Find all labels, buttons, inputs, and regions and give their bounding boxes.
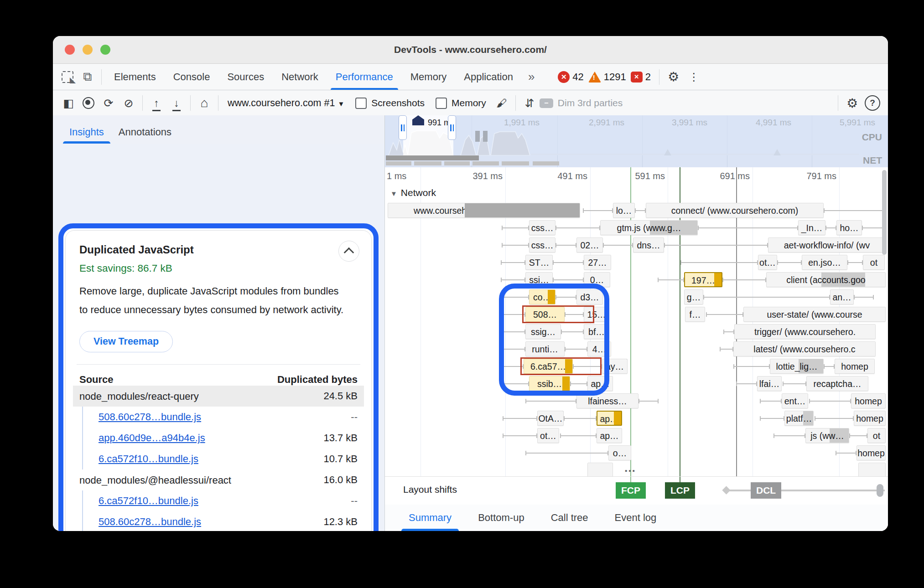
source-label[interactable]: 6.ca572f10…bundle.js [99,453,198,465]
network-waterfall[interactable]: 1 ms391 ms491 ms591 ms691 ms791 ms ▼Netw… [385,167,888,476]
screenshots-checkbox[interactable]: Screenshots [355,98,425,109]
issues-badge[interactable]: ✕ 2 [631,71,651,83]
network-request[interactable] [587,463,613,476]
help-icon[interactable]: ? [862,93,882,113]
home-icon[interactable]: ⌂ [194,93,214,113]
error-badge[interactable]: ✕ 42 [558,71,583,83]
scroll-handle[interactable] [877,484,883,497]
network-request[interactable]: _In… [798,220,825,235]
collapse-insight-button[interactable] [338,241,359,262]
network-request[interactable] [858,463,886,476]
record-button[interactable] [78,93,99,113]
network-request[interactable]: lottie_lig… [770,359,824,374]
clear-recording-icon[interactable]: ⊘ [119,93,139,113]
network-request[interactable]: trigger/ (www.coursehero. [734,324,876,339]
fcp-badge[interactable]: FCP [616,482,646,499]
source-label[interactable]: 6.ca572f10…bundle.js [99,495,198,507]
network-request[interactable]: css… [529,220,555,235]
network-request[interactable]: OtA… [537,411,564,426]
network-request[interactable]: ot… [758,255,777,270]
module-group-row[interactable]: node_modules/@headlessui/react16.0 kB [79,469,358,490]
tab-event-log[interactable]: Event log [605,505,667,531]
network-request[interactable]: ent… [782,393,808,408]
duplicated-js-insight-card[interactable]: Duplicated JavaScript Est savings: 86.7 … [65,230,372,531]
vertical-scrollbar[interactable] [882,170,887,255]
capture-settings-gear-icon[interactable]: ⚙ [842,96,862,111]
duplicate-file-row[interactable]: 508.60c278…bundle.js-- [83,407,358,428]
network-request[interactable]: lo… [613,203,635,218]
device-toolbar-icon[interactable]: ⧉ [78,68,98,86]
network-request[interactable]: ot [867,428,886,443]
close-window-button[interactable] [65,45,75,55]
network-request[interactable]: ho… [836,220,862,235]
tab-console[interactable]: Console [165,64,219,90]
tab-call-tree[interactable]: Call tree [541,505,598,531]
duplicate-file-row[interactable]: 6.ca572f10…bundle.js-- [83,490,358,511]
tab-network[interactable]: Network [273,64,327,90]
network-request[interactable]: client (accounts.goo [766,272,886,287]
network-request[interactable]: 27… [584,255,611,270]
tab-sources[interactable]: Sources [218,64,273,90]
network-request[interactable]: 02… [576,237,603,253]
view-treemap-button[interactable]: View Treemap [79,331,173,352]
source-label[interactable]: 508.60c278…bundle.js [99,411,201,423]
network-request[interactable]: www.coursehero.com/ (www.cour… [388,203,580,218]
network-request[interactable]: an… [830,289,854,304]
tab-summary[interactable]: Summary [399,505,462,531]
selection-left-handle[interactable] [399,115,407,140]
tab-annotations[interactable]: Annotations [111,121,179,144]
tab-performance[interactable]: Performance [327,64,402,90]
network-request[interactable]: ot [863,255,885,270]
network-request[interactable]: connect/ (www.coursehero.com) [646,203,824,218]
minimize-window-button[interactable] [83,45,93,55]
settings-gear-icon[interactable]: ⚙ [663,69,684,84]
network-request[interactable]: css… [529,237,555,253]
upload-profile-icon[interactable]: ↑ [146,93,166,113]
source-label[interactable]: 508.60c278…bundle.js [99,516,201,528]
timeline-overview[interactable]: 1,991 ms2,991 ms3,991 ms4,991 ms5,991 ms [385,115,888,168]
network-request[interactable]: user-state/ (www.course [743,307,886,322]
network-request[interactable]: ap… [597,411,622,426]
more-rows-indicator[interactable]: … [624,461,637,475]
network-request[interactable]: homep [854,411,886,426]
duplicate-file-row[interactable]: 508.60c278…bundle.js12.3 kB [83,511,358,531]
duplicate-file-row[interactable]: app.460d9e…a94b4e.js13.7 kB [83,428,358,449]
network-request[interactable]: latest/ (www.coursehero.c [733,341,876,356]
network-request[interactable]: lfai… [757,376,782,391]
network-request[interactable]: o… [608,445,631,460]
network-request[interactable]: recaptcha… [806,376,868,391]
selection-right-handle[interactable] [448,115,456,140]
network-request[interactable]: f… [685,307,705,322]
network-request[interactable]: ot… [537,428,559,443]
garbage-collect-icon[interactable]: 🖌 [492,93,512,113]
kebab-menu-icon[interactable]: ⋮ [684,71,704,83]
network-request[interactable]: en.jso… [802,255,847,270]
reload-and-record-icon[interactable]: ⟳ [99,93,119,113]
network-section-header[interactable]: ▼Network [390,187,436,198]
network-request[interactable]: ap… [597,428,622,443]
inspect-element-icon[interactable] [57,68,78,86]
more-panels-icon[interactable]: » [522,70,540,84]
network-request[interactable]: gtm.js (www.g… [600,220,698,235]
network-request[interactable]: dns… [633,237,664,253]
tab-application[interactable]: Application [455,64,522,90]
history-selector[interactable]: www.coursehero.com #1▼ [222,98,350,109]
tab-insights[interactable]: Insights [62,121,111,144]
source-label[interactable]: app.460d9e…a94b4e.js [99,432,205,444]
tab-elements[interactable]: Elements [105,64,165,90]
tab-memory[interactable]: Memory [402,64,455,90]
network-request[interactable]: ST… [525,255,553,270]
network-request[interactable]: 197… [684,272,722,287]
memory-checkbox[interactable]: Memory [436,98,486,109]
network-request[interactable]: g… [684,289,703,304]
warning-badge[interactable]: ! 1291 [588,71,626,83]
network-request[interactable]: homep [857,445,886,460]
maximize-window-button[interactable] [100,45,110,55]
dim-third-parties-toggle[interactable]: – Dim 3rd parties [540,98,623,108]
lcp-badge[interactable]: LCP [665,482,695,499]
network-request[interactable]: homep [835,359,875,374]
module-group-row[interactable]: node_modules/react-query24.5 kB [73,386,364,407]
download-profile-icon[interactable]: ↓ [166,93,187,113]
tab-bottom-up[interactable]: Bottom-up [468,505,535,531]
collapse-flame-icon[interactable]: ⇵ [519,93,540,113]
